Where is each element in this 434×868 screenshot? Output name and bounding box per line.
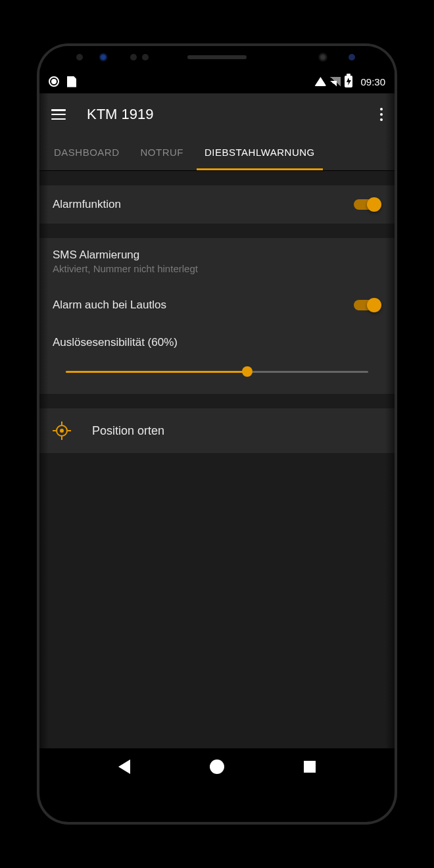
sms-alarm-title: SMS Alarmierung	[53, 249, 139, 262]
content-area: Alarmfunktion SMS Alarmierung Aktiviert,…	[39, 171, 395, 748]
alarm-func-switch[interactable]	[354, 197, 381, 212]
battery-charging-icon	[345, 76, 352, 87]
status-clock: 09:30	[360, 76, 385, 87]
locate-button[interactable]: Position orten	[39, 408, 395, 453]
tab-diebstahlwarnung[interactable]: DIEBSTAHLWARNUNG	[197, 135, 323, 170]
sensitivity-row: Auslösesensibilität (60%)	[39, 324, 395, 394]
alarm-func-row[interactable]: Alarmfunktion	[39, 185, 395, 224]
svg-point-1	[60, 429, 64, 433]
sms-alarm-subtitle: Aktiviert, Nummer nicht hinterlegt	[53, 263, 198, 274]
section-settings: SMS Alarmierung Aktiviert, Nummer nicht …	[39, 238, 395, 394]
tab-dashboard[interactable]: DASHBOARD	[46, 135, 128, 170]
silent-alarm-label: Alarm auch bei Lautlos	[53, 299, 341, 312]
phone-frame: 09:30 KTM 1919 DASHBOARD NOTRUF DIEBSTAH…	[39, 46, 395, 822]
tab-bar: DASHBOARD NOTRUF DIEBSTAHLWARNUNG	[39, 135, 395, 171]
crosshair-icon	[53, 422, 71, 440]
sensitivity-label: Auslösesensibilität (60%)	[53, 336, 381, 349]
wifi-icon	[314, 77, 326, 86]
sensitivity-slider[interactable]	[66, 366, 368, 377]
status-bar: 09:30	[39, 70, 395, 93]
hamburger-icon[interactable]	[51, 109, 66, 120]
section-locate: Position orten	[39, 408, 395, 453]
sd-card-icon	[67, 76, 76, 87]
alarm-func-label: Alarmfunktion	[53, 198, 341, 211]
screen: 09:30 KTM 1919 DASHBOARD NOTRUF DIEBSTAH…	[39, 70, 395, 785]
silent-alarm-switch[interactable]	[354, 298, 381, 312]
overflow-menu-icon[interactable]	[380, 108, 383, 121]
nav-home-button[interactable]	[210, 760, 224, 774]
status-circle-icon	[49, 76, 59, 87]
nav-back-button[interactable]	[118, 760, 130, 774]
sms-alarm-row[interactable]: SMS Alarmierung Aktiviert, Nummer nicht …	[39, 238, 395, 286]
app-title: KTM 1919	[87, 106, 359, 123]
section-alarm-func: Alarmfunktion	[39, 185, 395, 224]
silent-alarm-row[interactable]: Alarm auch bei Lautlos	[39, 286, 395, 324]
cell-signal-icon	[330, 77, 341, 86]
phone-bezel	[39, 46, 395, 70]
nav-recent-button[interactable]	[304, 761, 316, 773]
navigation-bar	[39, 748, 395, 785]
locate-label: Position orten	[92, 424, 164, 438]
tab-notruf[interactable]: NOTRUF	[133, 135, 192, 170]
app-bar: KTM 1919	[39, 93, 395, 135]
